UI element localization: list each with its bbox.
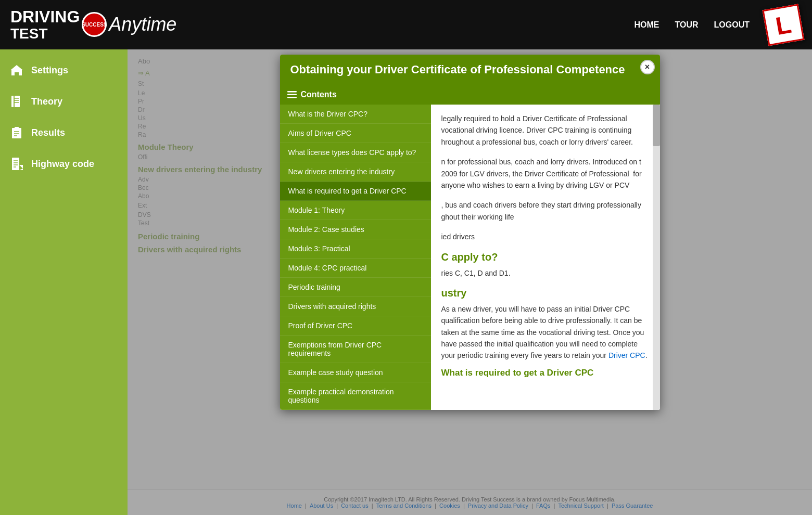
article-intro: legally required to hold a Driver Certif… [441,113,650,148]
toc-item-module1[interactable]: Module 1: Theory [280,201,431,220]
driver-cpc-link[interactable]: Driver CPC [608,351,645,359]
toc-item-module3[interactable]: Module 3: Practical [280,239,431,259]
toc-item-what-is[interactable]: What is the Driver CPC? [280,105,431,124]
main-layout: Settings Theory [0,49,812,515]
sidebar-item-theory[interactable]: Theory [0,86,128,117]
home-icon [8,62,25,79]
nav-logout[interactable]: LOGOUT [714,20,750,30]
article-license-text: ries C, C1, D and D1. [441,267,650,279]
sidebar: Settings Theory [0,49,128,515]
svg-rect-1 [14,96,15,107]
sidebar-results-label: Results [31,127,65,138]
logo-anytime: Anytime [109,14,176,35]
logo-text: DRIVING TEST [10,8,80,42]
logo-badge-text: SUCCESS [82,22,107,28]
modal-overlay: × Obtaining your Driver Certificate of P… [128,49,812,515]
svg-rect-17 [287,97,297,98]
logo-badge: SUCCESS [82,12,107,37]
article-para-1: n for professional bus, coach and lorry … [441,156,650,191]
nav-home[interactable]: HOME [635,20,659,30]
modal-close-button[interactable]: × [640,60,655,74]
article-h3-required: What is required to get a Driver CPC [441,368,650,378]
svg-rect-10 [12,158,19,170]
modal-body: What is the Driver CPC? Aims of Driver C… [280,105,660,410]
logo-driving: DRIVING [10,8,80,26]
modal-dialog: × Obtaining your Driver Certificate of P… [280,55,660,410]
toc-item-module2[interactable]: Module 2: Case studies [280,220,431,239]
modal-contents-header: Contents [280,85,660,105]
sidebar-highway-label: Highway code [31,159,94,170]
sidebar-settings-label: Settings [31,65,68,76]
svg-rect-0 [11,96,20,107]
svg-rect-16 [287,94,297,96]
article-panel[interactable]: legally required to hold a Driver Certif… [431,105,660,410]
article-industry-para: As a new driver, you will have to pass a… [441,303,650,362]
logo-area: DRIVING TEST SUCCESS Anytime [10,8,176,42]
toc-item-module4[interactable]: Module 4: CPC practical [280,259,431,278]
toc-item-acquired[interactable]: Drivers with acquired rights [280,297,431,316]
toc-item-case-study[interactable]: Example case study question [280,363,431,382]
svg-rect-15 [287,91,297,93]
modal-header: Obtaining your Driver Certificate of Pro… [280,55,660,85]
article-h2-industry: ustry [441,287,650,299]
toc-item-proof[interactable]: Proof of Driver CPC [280,316,431,336]
toc-item-practical-demo[interactable]: Example practical demonstration question… [280,382,431,410]
sidebar-item-results[interactable]: Results [0,117,128,148]
article-section-3: ied drivers [441,231,650,242]
toc-panel: What is the Driver CPC? Aims of Driver C… [280,105,431,410]
article-para-2: , bus and coach drivers before they star… [441,199,650,223]
sidebar-item-settings[interactable]: Settings [0,55,128,86]
article-h2-license: C apply to? [441,251,650,263]
nav-tour[interactable]: TOUR [675,20,699,30]
sidebar-theory-label: Theory [31,96,62,107]
logo-test: TEST [10,26,80,42]
article-para-3: ied drivers [441,231,650,242]
l-plate: L [762,4,804,46]
document-icon [8,156,25,172]
scrollbar-track[interactable] [653,105,660,410]
scrollbar-thumb[interactable] [653,105,660,146]
article-section-1: n for professional bus, coach and lorry … [441,156,650,191]
toc-item-required[interactable]: What is required to get a Driver CPC [280,182,431,201]
content-area: Abo ⇒ A St Le Pr Dr Us Re Ra Module Theo… [128,49,812,515]
clipboard-icon [8,124,25,141]
contents-label: Contents [301,90,337,99]
toc-item-periodic[interactable]: Periodic training [280,278,431,297]
hamburger-icon [287,91,297,98]
sidebar-item-highway[interactable]: Highway code [0,148,128,179]
toc-item-exemptions[interactable]: Exemptions from Driver CPC requirements [280,336,431,363]
toc-item-new-drivers[interactable]: New drivers entering the industry [280,162,431,182]
svg-rect-5 [12,128,21,138]
book-icon [8,93,25,110]
toc-item-aims[interactable]: Aims of Driver CPC [280,124,431,143]
app-header: DRIVING TEST SUCCESS Anytime HOME TOUR L… [0,0,812,49]
toc-item-license-types[interactable]: What license types does CPC apply to? [280,143,431,162]
article-section-2: , bus and coach drivers before they star… [441,199,650,223]
nav-links: HOME TOUR LOGOUT L [635,7,802,43]
svg-rect-6 [15,127,19,129]
